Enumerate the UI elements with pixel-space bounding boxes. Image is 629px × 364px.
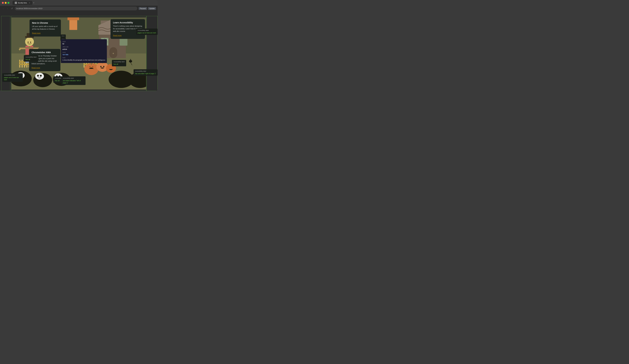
aria-role-title: ARIA role <box>62 46 105 48</box>
a11y-aria-label-left-title: Accessibility label <box>63 77 84 79</box>
svg-rect-15 <box>120 38 128 46</box>
tab-close-icon[interactable]: ✕ <box>29 2 30 4</box>
learn-accessibility-title: Learn Accessibility <box>113 21 143 24</box>
maximize-button[interactable] <box>7 2 9 4</box>
a11y-aria-label-right-value: has aria label "right of page 1" <box>135 73 156 75</box>
forward-button[interactable]: › <box>6 7 9 10</box>
address-bar[interactable]: localhost:3000/chrometober-2022/ <box>15 6 137 10</box>
chrometober-ama-title: Chrometober AMA <box>31 51 58 54</box>
a11y-pages-out-right: Accessibility label pages out of view ar… <box>136 28 157 35</box>
svg-point-71 <box>40 75 42 77</box>
tab-title: Scrolly time. <box>18 2 27 4</box>
svg-rect-51 <box>20 47 39 48</box>
aria-note-val: is describedBy the paragraph, so the rea… <box>62 59 105 61</box>
new-in-chrome-read-more[interactable]: Read more <box>32 32 40 34</box>
right-outer-border <box>147 16 157 91</box>
browser-actions: Paused Update <box>139 7 156 10</box>
svg-rect-8 <box>109 47 117 58</box>
aria-name-title: Acce <box>62 51 105 53</box>
learn-accessibility-read-more[interactable]: Read more <box>113 34 122 36</box>
a11y-aria-label-left-value: aria-label indicates "left of page 1" <box>63 80 84 84</box>
svg-point-85 <box>129 60 132 63</box>
tab-favicon <box>15 2 17 4</box>
aria-role-val: article <box>62 48 105 51</box>
new-in-chrome-body: Lift your spirits with a round-up of all… <box>32 25 58 30</box>
a11y-aria-label-left: Accessibility label aria-label indicates… <box>61 76 86 85</box>
svg-point-70 <box>37 75 39 77</box>
a11y-aria-label-right: Accessibility label has aria label "righ… <box>134 69 157 76</box>
browser-window: Scrolly time. ✕ + ‹ › ↺ localhost:3000/c… <box>0 0 157 91</box>
traffic-lights <box>2 2 9 4</box>
svg-point-9 <box>113 53 114 54</box>
address-bar-row: ‹ › ↺ localhost:3000/chrometober-2022/ P… <box>0 6 157 11</box>
a11y-aria-label-right-title: Accessibility label <box>135 70 156 72</box>
content-area: New in Chrome Lift your spirits with a r… <box>0 11 157 91</box>
a11y-pages-out-right-title: Accessibility label <box>138 29 156 31</box>
a11y-acce-small-1-label: Acce <box>62 35 64 37</box>
aria-acce-label-title: Acce <box>62 40 105 43</box>
aria-acce-label-val: k2 <box>62 43 105 45</box>
svg-rect-4 <box>67 17 79 20</box>
new-in-chrome-card: New in Chrome Lift your spirits with a r… <box>29 19 61 37</box>
a11y-has-alt-2: Accessibility label has alt <box>112 60 126 66</box>
a11y-has-alt-1-title: Accessibility label <box>25 56 36 58</box>
scene-wrapper: New in Chrome Lift your spirits with a r… <box>0 11 157 91</box>
close-button[interactable] <box>2 2 4 4</box>
aria-note-row: Note is describedBy the paragraph, so th… <box>62 57 105 61</box>
a11y-has-alt-2-value: has alt <box>114 63 125 65</box>
svg-point-52 <box>25 37 34 46</box>
update-button[interactable]: Update <box>148 7 156 10</box>
a11y-pages-out-left-value: pages out of view are inert <box>4 77 21 81</box>
chrometober-ama-read-more[interactable]: Read more <box>31 67 40 69</box>
a11y-has-alt-1: Accessibility label has alt <box>24 55 38 62</box>
svg-point-69 <box>35 73 44 80</box>
aria-note-title: Note <box>62 57 105 59</box>
aria-popup: Acce k2 ARIA role article Acce <a> link … <box>61 39 107 63</box>
url-text: localhost:3000/chrometober-2022/ <box>16 7 42 9</box>
new-tab-button[interactable]: + <box>33 1 34 4</box>
title-bar: Scrolly time. ✕ + <box>0 0 157 6</box>
svg-rect-55 <box>28 42 28 43</box>
aria-role-row: ARIA role article <box>62 46 105 50</box>
paused-button[interactable]: Paused <box>139 7 147 10</box>
tab-bar: Scrolly time. ✕ + <box>12 1 156 5</box>
back-button[interactable]: ‹ <box>1 7 5 10</box>
a11y-acce-small-1: Acce <box>60 34 66 38</box>
refresh-button[interactable]: ↺ <box>10 7 13 10</box>
active-tab[interactable]: Scrolly time. ✕ <box>12 1 32 5</box>
a11y-pages-out-left: Accessibility label pages out of view ar… <box>2 73 23 82</box>
new-in-chrome-title: New in Chrome <box>32 22 58 24</box>
a11y-pages-out-left-title: Accessibility label <box>4 74 21 76</box>
a11y-pages-out-right-value: pages out of view are inert <box>138 32 156 34</box>
aria-name-row: Acce <a> link <box>62 51 105 56</box>
svg-rect-81 <box>100 66 102 67</box>
a11y-has-alt-2-title: Accessibility label <box>114 61 125 63</box>
a11y-has-alt-1-value: has alt <box>25 59 36 61</box>
aria-acce-label-row: Acce k2 <box>62 40 105 45</box>
svg-rect-82 <box>103 66 104 67</box>
svg-point-77 <box>84 63 98 75</box>
aria-name-val: <a> link <box>62 53 105 56</box>
minimize-button[interactable] <box>5 2 6 4</box>
svg-rect-56 <box>30 42 31 43</box>
